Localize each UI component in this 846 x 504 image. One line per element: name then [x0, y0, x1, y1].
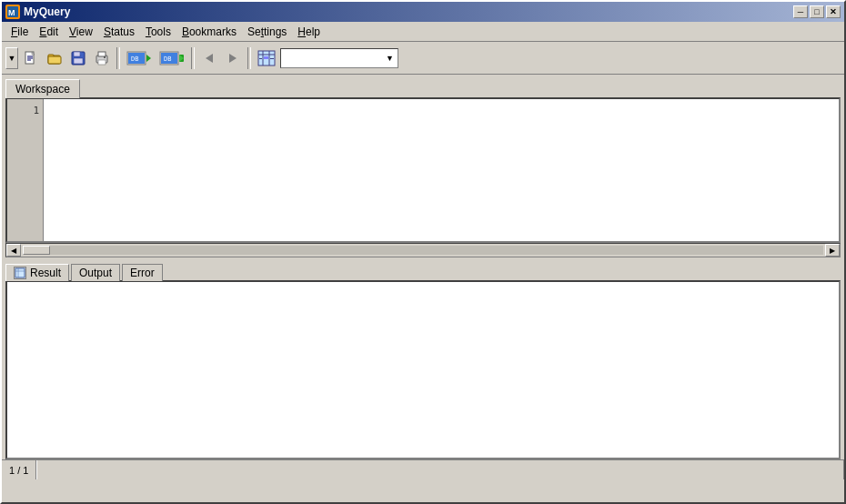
- editor-container: 1: [5, 97, 841, 243]
- tab-output-label: Output: [79, 267, 112, 279]
- minimize-button[interactable]: ─: [793, 5, 808, 18]
- svg-rect-34: [270, 58, 274, 59]
- svg-marker-27: [206, 54, 213, 63]
- menu-file[interactable]: File: [5, 24, 34, 40]
- menubar: File Edit View Status Tools Bookmarks Se…: [2, 22, 844, 42]
- tab-error[interactable]: Error: [122, 264, 163, 281]
- svg-rect-16: [98, 60, 106, 65]
- close-button[interactable]: ✕: [826, 5, 841, 18]
- menu-status[interactable]: Status: [98, 24, 140, 40]
- open-file-button[interactable]: [44, 47, 65, 69]
- svg-rect-11: [74, 52, 80, 56]
- svg-rect-12: [74, 58, 83, 64]
- results-button[interactable]: [255, 47, 278, 69]
- scroll-right-button[interactable]: ▶: [825, 244, 840, 257]
- toolbar-dropdown-arrow-btn[interactable]: ▼: [5, 47, 18, 69]
- new-file-button[interactable]: [20, 47, 42, 69]
- menu-edit[interactable]: Edit: [34, 24, 64, 40]
- menu-view[interactable]: View: [64, 24, 98, 40]
- save-button[interactable]: [67, 47, 89, 69]
- position-label: 1 / 1: [9, 465, 28, 476]
- svg-rect-33: [264, 56, 268, 59]
- scroll-left-button[interactable]: ◀: [6, 244, 21, 257]
- scroll-track[interactable]: [23, 246, 823, 255]
- toolbar-sep-3: [247, 47, 251, 69]
- editor-body[interactable]: [44, 99, 839, 241]
- tab-result-label: Result: [30, 267, 61, 279]
- titlebar: M MyQuery ─ □ ✕: [2, 2, 844, 22]
- forward-button[interactable]: [222, 47, 244, 69]
- tab-output[interactable]: Output: [71, 264, 120, 281]
- menu-bookmarks[interactable]: Bookmarks: [176, 24, 242, 40]
- status-empty: [36, 460, 844, 479]
- window-controls: ─ □ ✕: [793, 5, 841, 18]
- statusbar: 1 / 1: [2, 459, 844, 479]
- svg-marker-28: [229, 54, 237, 63]
- svg-text:M: M: [8, 8, 15, 17]
- app-title: MyQuery: [24, 5, 70, 18]
- tab-error-label: Error: [130, 267, 155, 279]
- workspace-tab-label: Workspace: [15, 83, 70, 96]
- line-numbers-gutter: 1: [7, 99, 44, 241]
- svg-rect-35: [259, 58, 262, 59]
- svg-rect-15: [98, 52, 106, 56]
- svg-rect-17: [104, 56, 106, 58]
- execute-button[interactable]: DB: [124, 47, 155, 69]
- step-button[interactable]: DB: [156, 47, 187, 69]
- workspace-tab-bar: Workspace: [2, 75, 844, 97]
- toolbar-sep-2: [191, 47, 195, 69]
- menu-tools[interactable]: Tools: [140, 24, 176, 40]
- status-position: 1 / 1: [2, 460, 36, 479]
- main-window: M MyQuery ─ □ ✕ File Edit View Status To…: [0, 0, 846, 504]
- svg-marker-21: [146, 55, 151, 62]
- svg-rect-9: [48, 56, 61, 64]
- svg-text:DB: DB: [164, 55, 171, 63]
- content-area: Workspace 1 ◀ ▶: [2, 75, 844, 502]
- bottom-panel: Result Output Error: [2, 259, 844, 459]
- scroll-thumb[interactable]: [23, 246, 50, 255]
- dropdown-arrow-icon: ▼: [386, 54, 394, 63]
- toolbar-sep-1: [116, 47, 120, 69]
- menu-settings[interactable]: Settings: [242, 24, 292, 40]
- back-button[interactable]: [198, 47, 220, 69]
- line-number-1: 1: [11, 103, 39, 119]
- restore-button[interactable]: □: [810, 5, 824, 18]
- app-icon: M: [5, 5, 20, 19]
- bottom-tab-bar: Result Output Error: [2, 259, 844, 280]
- tab-result[interactable]: Result: [5, 264, 69, 281]
- result-icon: [14, 267, 26, 279]
- toolbar: ▼: [2, 42, 844, 75]
- bottom-content-area: [5, 280, 841, 459]
- svg-rect-13: [80, 52, 82, 55]
- print-button[interactable]: [91, 47, 113, 69]
- titlebar-left: M MyQuery: [5, 5, 70, 19]
- menu-help[interactable]: Help: [292, 24, 326, 40]
- svg-rect-36: [15, 268, 25, 277]
- connection-dropdown[interactable]: ▼: [280, 48, 398, 68]
- svg-text:DB: DB: [131, 55, 138, 63]
- workspace-tab[interactable]: Workspace: [5, 79, 80, 98]
- horizontal-scrollbar[interactable]: ◀ ▶: [5, 243, 841, 257]
